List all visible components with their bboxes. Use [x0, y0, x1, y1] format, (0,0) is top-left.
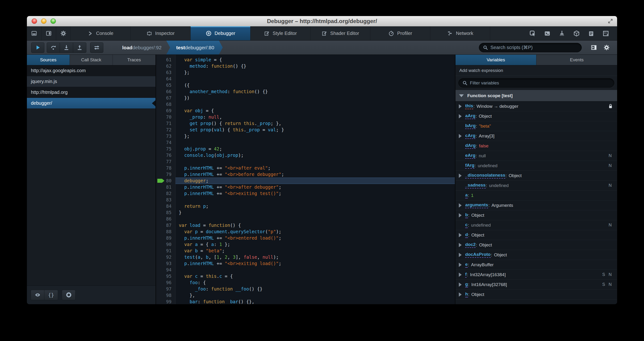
- step-over-button[interactable]: [47, 42, 60, 53]
- line-number[interactable]: 93: [156, 260, 175, 267]
- line-number[interactable]: 66: [156, 88, 175, 95]
- chevron-right-icon[interactable]: [459, 203, 462, 208]
- line-number[interactable]: 65: [156, 82, 175, 88]
- chevron-right-icon[interactable]: [459, 243, 462, 247]
- line-number[interactable]: 71: [156, 120, 175, 127]
- pause-on-exceptions-button[interactable]: [62, 290, 76, 300]
- code-line[interactable]: [176, 101, 455, 108]
- scratchpad-button[interactable]: [585, 28, 597, 39]
- chevron-right-icon[interactable]: [459, 134, 462, 138]
- variable-row-farg[interactable]: fArg:undefinedN: [456, 161, 617, 171]
- code-line[interactable]: [176, 158, 455, 165]
- line-number[interactable]: 86: [156, 216, 175, 222]
- line-number[interactable]: 99: [156, 298, 175, 304]
- line-number-gutter[interactable]: 6162636465666768697071727374757677787980…: [156, 55, 176, 304]
- code-line[interactable]: test(a, b, [1, 2, 3], false, null);: [176, 254, 455, 260]
- code-line[interactable]: obj.prop = 42;: [176, 146, 455, 152]
- line-number[interactable]: 76: [156, 152, 175, 158]
- responsive-mode-button[interactable]: [600, 28, 612, 39]
- step-out-button[interactable]: [73, 42, 86, 53]
- chevron-right-icon[interactable]: [459, 272, 462, 277]
- fullscreen-grip-icon[interactable]: [608, 16, 613, 26]
- split-console-button[interactable]: [541, 28, 554, 39]
- line-number[interactable]: 96: [156, 280, 175, 286]
- source-item-http-htmlpad-org[interactable]: http://htmlpad.org: [27, 87, 156, 98]
- code-line[interactable]: var p = document.querySelector("p");: [176, 228, 455, 235]
- variable-row--sadness[interactable]: _sadness:undefinedN: [456, 181, 617, 190]
- source-item-http-ajax-googleapis-com[interactable]: http://ajax.googleapis.com: [27, 65, 156, 76]
- search-scripts-input[interactable]: [490, 45, 578, 50]
- variable-row-c[interactable]: c:undefinedN: [456, 220, 617, 230]
- code-line[interactable]: return p;: [176, 203, 455, 210]
- add-watch-expression[interactable]: Add watch expression: [456, 65, 617, 76]
- code-line[interactable]: another_method: function() {}: [176, 88, 455, 95]
- code-line[interactable]: set prop(val) { this._prop = val; }: [176, 127, 455, 133]
- variable-row-a[interactable]: a:1: [456, 190, 617, 200]
- code-line[interactable]: p.innerHTML += "<br>exiting load()";: [176, 260, 455, 267]
- code-line[interactable]: get prop() { return this._prop; },: [176, 120, 455, 127]
- line-number[interactable]: 82: [156, 190, 175, 197]
- code-line[interactable]: p.innerHTML += "<br>entered load()";: [176, 235, 455, 241]
- tab-call-stack[interactable]: Call Stack: [70, 55, 113, 65]
- chevron-right-icon[interactable]: [459, 282, 462, 287]
- code-area[interactable]: var simple = { method: function() {} }; …: [176, 55, 455, 304]
- line-number[interactable]: 97: [156, 286, 175, 292]
- line-number[interactable]: 69: [156, 108, 175, 114]
- paintbrush-button[interactable]: [556, 28, 568, 39]
- code-line[interactable]: var simple = {: [176, 56, 455, 63]
- line-number[interactable]: 62: [156, 63, 175, 69]
- debugger-options-button[interactable]: [600, 42, 613, 53]
- line-number[interactable]: 78: [156, 165, 175, 171]
- code-line[interactable]: _prop: null,: [176, 114, 455, 120]
- code-line[interactable]: p.innerHTML += "<br>after eval";: [176, 165, 455, 171]
- breadcrumb-test[interactable]: test debugger/:80: [166, 40, 223, 54]
- code-line[interactable]: var b = "beta";: [176, 248, 455, 254]
- code-line[interactable]: bar: function _bar() {},: [176, 298, 455, 304]
- code-line[interactable]: var load = function() {: [176, 222, 455, 228]
- code-line[interactable]: },: [176, 292, 455, 298]
- chevron-right-icon[interactable]: [459, 114, 462, 118]
- code-line[interactable]: console.log(obj.prop);: [176, 152, 455, 158]
- line-number[interactable]: 80: [156, 178, 175, 184]
- code-line[interactable]: _foo: function __foo() {}: [176, 286, 455, 292]
- chevron-right-icon[interactable]: [459, 292, 462, 297]
- line-number[interactable]: 90: [156, 241, 175, 248]
- line-number[interactable]: 74: [156, 139, 175, 146]
- element-picker-button[interactable]: [526, 28, 539, 39]
- tab-network[interactable]: Network: [430, 26, 490, 40]
- line-number[interactable]: 94: [156, 267, 175, 273]
- code-line[interactable]: foo: {: [176, 280, 455, 286]
- tab-inspector[interactable]: Inspector: [131, 26, 190, 40]
- code-line[interactable]: [176, 216, 455, 222]
- line-number[interactable]: 61: [156, 56, 175, 63]
- code-line[interactable]: var obj = {: [176, 108, 455, 114]
- line-number[interactable]: 85: [156, 210, 175, 216]
- variable-row-darg[interactable]: dArg:false: [456, 141, 617, 151]
- variable-row-earg[interactable]: eArg:nullN: [456, 151, 617, 161]
- breadcrumb-load[interactable]: load debugger/:92: [118, 40, 166, 54]
- code-line[interactable]: [176, 267, 455, 273]
- variable-row-this[interactable]: this:Window → debugger: [456, 102, 617, 111]
- code-line[interactable]: };: [176, 69, 455, 76]
- code-line[interactable]: method: function() {}: [176, 63, 455, 69]
- code-line[interactable]: p.innerHTML += "<br>exiting test()";: [176, 190, 455, 197]
- tab-events[interactable]: Events: [536, 55, 617, 65]
- line-number[interactable]: 89: [156, 235, 175, 241]
- tab-console[interactable]: Console: [71, 26, 131, 40]
- step-in-button[interactable]: [60, 42, 73, 53]
- variable-row-g[interactable]: g:Int16Array[32768]S N: [456, 280, 617, 290]
- line-number[interactable]: 84: [156, 203, 175, 210]
- chevron-right-icon[interactable]: [459, 213, 462, 218]
- line-number[interactable]: 67: [156, 95, 175, 101]
- variable-row-h[interactable]: h:Object: [456, 290, 617, 300]
- line-number[interactable]: 73: [156, 133, 175, 139]
- line-number[interactable]: 64: [156, 76, 175, 82]
- line-number[interactable]: 88: [156, 228, 175, 235]
- code-line[interactable]: [176, 139, 455, 146]
- code-line[interactable]: ({: [176, 82, 455, 88]
- tab-variables[interactable]: Variables: [456, 55, 536, 65]
- minimize-button[interactable]: [41, 18, 46, 24]
- toggle-panes-button[interactable]: [90, 42, 103, 53]
- tab-sources[interactable]: Sources: [27, 55, 70, 65]
- source-item-debugger-[interactable]: debugger/: [27, 98, 156, 109]
